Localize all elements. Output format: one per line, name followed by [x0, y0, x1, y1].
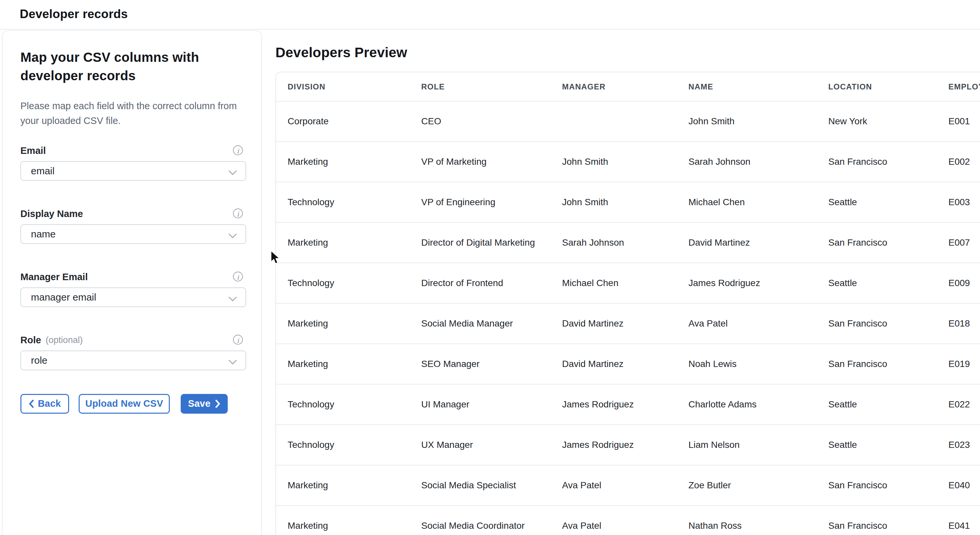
table-header-row: DIVISION ROLE MANAGER NAME LOCATION EMPL…: [276, 72, 980, 101]
cell-location: San Francisco: [817, 303, 937, 344]
cell-role: SEO Manager: [410, 344, 550, 384]
cell-employee-id: E018: [937, 303, 980, 344]
cell-role: VP of Marketing: [410, 142, 550, 182]
mouse-cursor-icon: [270, 250, 280, 265]
cell-employee-id: E019: [937, 344, 980, 384]
developers-preview-panel: Developers Preview DIVISION ROLE MANAGER…: [262, 30, 980, 535]
table-row: Technology UI Manager James Rodriguez Ch…: [276, 384, 980, 425]
cell-employee-id: E007: [937, 222, 980, 263]
developers-preview-table: DIVISION ROLE MANAGER NAME LOCATION EMPL…: [276, 72, 980, 535]
info-icon[interactable]: i: [233, 271, 243, 281]
cell-role: Director of Frontend: [410, 263, 550, 303]
manager-email-column-selected-value: manager email: [31, 292, 96, 303]
info-icon[interactable]: i: [233, 335, 243, 344]
cell-location: San Francisco: [817, 506, 937, 535]
action-button-row: Back Upload New CSV Save: [21, 394, 246, 414]
cell-manager: Ava Patel: [550, 506, 677, 535]
cell-name: Liam Nelson: [677, 425, 817, 465]
cell-employee-id: E001: [937, 101, 980, 142]
cell-division: Marketing: [276, 344, 410, 384]
cell-role: UI Manager: [410, 384, 550, 425]
cell-division: Marketing: [276, 506, 410, 535]
display-name-column-select[interactable]: name: [21, 224, 246, 244]
cell-name: David Martinez: [677, 222, 817, 263]
table-row: Marketing SEO Manager David Martinez Noa…: [276, 344, 980, 384]
cell-location: Seattle: [817, 425, 937, 465]
cell-division: Technology: [276, 384, 410, 425]
field-group-manager-email: Manager Email i manager email: [21, 271, 246, 307]
cell-location: New York: [817, 101, 937, 142]
developers-preview-table-card: DIVISION ROLE MANAGER NAME LOCATION EMPL…: [275, 72, 980, 535]
info-icon[interactable]: i: [233, 145, 243, 155]
csv-mapping-panel-content: Map your CSV columns with developer reco…: [21, 48, 246, 414]
cell-name: Nathan Ross: [677, 506, 817, 535]
cell-location: Seattle: [817, 182, 937, 222]
cell-name: Zoe Butler: [677, 465, 817, 506]
cell-manager: [550, 101, 677, 142]
cell-name: Michael Chen: [677, 182, 817, 222]
table-row: Marketing Director of Digital Marketing …: [276, 222, 980, 263]
cell-division: Marketing: [276, 222, 410, 263]
table-row: Technology UX Manager James Rodriguez Li…: [276, 425, 980, 465]
cell-location: San Francisco: [817, 465, 937, 506]
column-header-employee-id: EMPLOYEE ID: [937, 72, 980, 101]
email-column-selected-value: email: [31, 165, 55, 176]
role-column-select[interactable]: role: [21, 351, 246, 370]
cell-location: San Francisco: [817, 142, 937, 182]
cell-manager: James Rodriguez: [550, 384, 677, 425]
cell-manager: John Smith: [550, 182, 677, 222]
cell-name: Ava Patel: [677, 303, 817, 344]
cell-role: Social Media Specialist: [410, 465, 550, 506]
cell-employee-id: E040: [937, 465, 980, 506]
cell-name: Charlotte Adams: [677, 384, 817, 425]
chevron-down-icon: [228, 230, 237, 238]
role-column-selected-value: role: [31, 355, 48, 366]
mapping-heading: Map your CSV columns with developer reco…: [21, 48, 218, 85]
cell-employee-id: E002: [937, 142, 980, 182]
table-row: Corporate CEO John Smith New York E001: [276, 101, 980, 142]
back-button[interactable]: Back: [21, 394, 69, 414]
table-row: Marketing Social Media Specialist Ava Pa…: [276, 465, 980, 506]
chevron-down-icon: [228, 293, 237, 301]
top-bar: Developer records: [0, 0, 980, 30]
cell-manager: Sarah Johnson: [550, 222, 677, 263]
chevron-right-icon: [215, 400, 221, 408]
save-button-label: Save: [188, 398, 211, 409]
cell-location: Seattle: [817, 263, 937, 303]
cell-role: VP of Engineering: [410, 182, 550, 222]
preview-heading: Developers Preview: [275, 45, 407, 60]
cell-role: Social Media Manager: [410, 303, 550, 344]
chevron-down-icon: [228, 167, 237, 175]
table-row: Marketing Social Media Coordinator Ava P…: [276, 506, 980, 535]
back-button-label: Back: [38, 398, 61, 409]
field-label-row: Display Name i: [21, 208, 246, 220]
info-icon[interactable]: i: [233, 208, 243, 218]
display-name-column-selected-value: name: [31, 229, 56, 240]
cell-division: Marketing: [276, 465, 410, 506]
cell-manager: Ava Patel: [550, 465, 677, 506]
table-row: Technology VP of Engineering John Smith …: [276, 182, 980, 222]
chevron-down-icon: [228, 356, 237, 364]
email-column-select[interactable]: email: [21, 161, 246, 181]
field-label-row: Manager Email i: [21, 271, 246, 283]
cell-employee-id: E003: [937, 182, 980, 222]
column-header-manager: MANAGER: [550, 72, 677, 101]
field-label-row: Role (optional) i: [21, 334, 246, 346]
upload-new-csv-button[interactable]: Upload New CSV: [79, 394, 170, 414]
cell-manager: James Rodriguez: [550, 425, 677, 465]
csv-mapping-panel: Map your CSV columns with developer reco…: [2, 30, 262, 535]
save-button[interactable]: Save: [181, 394, 228, 414]
cell-location: San Francisco: [817, 222, 937, 263]
cell-division: Marketing: [276, 142, 410, 182]
cell-manager: John Smith: [550, 142, 677, 182]
cell-division: Technology: [276, 263, 410, 303]
cell-division: Technology: [276, 425, 410, 465]
cell-employee-id: E022: [937, 384, 980, 425]
manager-email-column-select[interactable]: manager email: [21, 287, 246, 307]
cell-employee-id: E009: [937, 263, 980, 303]
cell-manager: David Martinez: [550, 344, 677, 384]
table-row: Marketing Social Media Manager David Mar…: [276, 303, 980, 344]
field-group-role: Role (optional) i role: [21, 334, 246, 370]
email-field-label: Email: [21, 145, 46, 156]
field-group-display-name: Display Name i name: [21, 208, 246, 244]
